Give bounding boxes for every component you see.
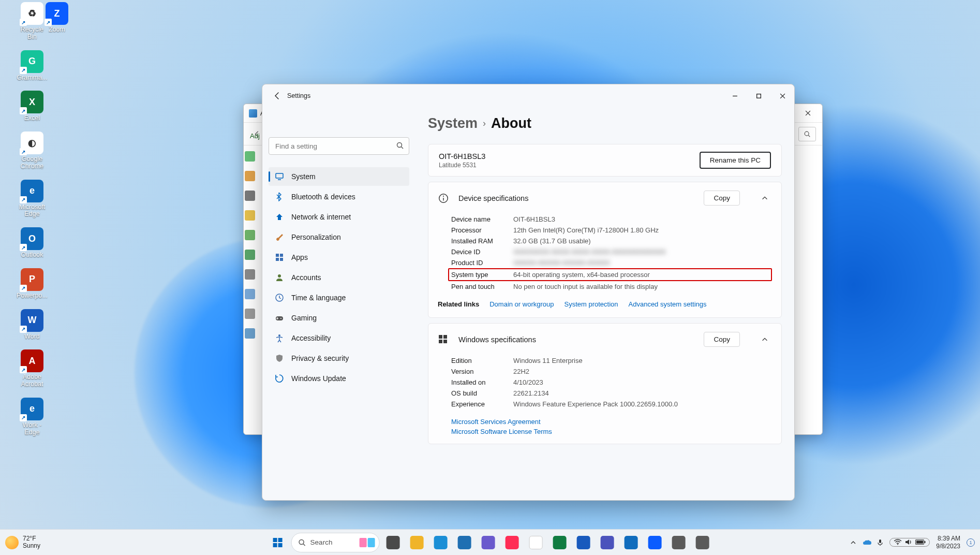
nav-item-privacy-security[interactable]: Privacy & security [269,349,409,368]
spec-value: Windows 11 Enterprise [513,357,772,364]
desktop-icon[interactable]: G↗Gramma... [16,50,49,82]
spec-key: Edition [451,357,513,364]
notifications-icon[interactable]: 1 [967,538,975,547]
copy-device-specs-button[interactable]: Copy [704,191,740,206]
taskbar-app-edge[interactable] [430,532,451,553]
desktop-icons: ♻↗Recycle BinG↗Gramma...X↗Excel◐↗Google … [1,2,63,436]
nav-item-network-internet[interactable]: Network & internet [269,208,409,226]
nav-item-gaming[interactable]: Gaming [269,309,409,327]
settings-search[interactable] [269,137,409,155]
svg-point-0 [805,132,809,136]
wifi-icon [275,212,284,222]
nav-item-accessibility[interactable]: Accessibility [269,329,409,347]
system-tray-pill[interactable] [889,538,930,547]
spec-row: Version22H2 [451,366,772,377]
taskbar-app-excel[interactable] [549,532,570,553]
grid-icon [275,253,284,262]
desktop-icon[interactable]: P↗Powerpo... [16,268,49,300]
taskbar-app-store[interactable] [454,532,474,553]
spec-value: Windows Feature Experience Pack 1000.226… [513,400,772,408]
desktop-icon[interactable]: e↗Microsoft Edge [16,180,49,218]
maximize-button[interactable] [747,85,770,106]
rename-pc-button[interactable]: Rename this PC [700,152,771,169]
spec-row: Processor12th Gen Intel(R) Core(TM) i7-1… [451,225,772,236]
taskbar-app-task-view[interactable] [382,532,403,553]
desktop-icon[interactable]: A↗Adobe Acrobat [16,349,49,388]
chevron-right-icon: › [483,118,486,129]
collapse-windows-specs[interactable] [758,332,772,347]
spec-key: Device ID [451,248,513,256]
battery-icon [915,539,926,545]
nav-item-windows-update[interactable]: Windows Update [269,369,409,388]
taskbar-app-zoom[interactable] [644,532,665,553]
taskbar-app-outlook[interactable] [620,532,641,553]
taskbar-clock[interactable]: 8:39 AM 9/8/2023 [936,535,960,550]
windows-links: Microsoft Services Agreement Microsoft S… [428,418,781,444]
spec-value: 12th Gen Intel(R) Core(TM) i7-12800H 1.8… [513,226,772,234]
related-links-label: Related links [438,300,479,308]
taskbar-app-word[interactable] [573,532,593,553]
nav-item-apps[interactable]: Apps [269,248,409,267]
nav-item-bluetooth-devices[interactable]: Bluetooth & devices [269,187,409,206]
spec-value: 22621.2134 [513,389,772,397]
taskbar-app-settings-app[interactable] [692,532,712,553]
taskbar-app-app1[interactable] [501,532,522,553]
svg-rect-28 [925,541,926,543]
copy-windows-specs-button[interactable]: Copy [704,332,740,347]
spec-value: 4/10/2023 [513,378,772,386]
related-link-protection[interactable]: System protection [564,300,618,308]
nav-item-time-language[interactable]: Time & language [269,288,409,307]
spec-row: EditionWindows 11 Enterprise [451,355,772,366]
settings-sidebar: SystemBluetooth & devicesNetwork & inter… [262,107,415,500]
svg-point-23 [299,539,304,544]
settings-search-input[interactable] [269,137,409,155]
onedrive-icon[interactable] [863,539,872,546]
spec-row: Product IDXXXXX-XXXXX-XXXXX-XXXXX [451,257,772,268]
taskbar-search[interactable]: Search [291,533,380,552]
taskbar-app-file-explorer[interactable] [406,532,427,553]
taskbar-date: 9/8/2023 [936,543,960,550]
related-link-domain[interactable]: Domain or workgroup [489,300,554,308]
breadcrumb-level1[interactable]: System [428,115,478,132]
nav-item-system[interactable]: System [269,167,409,186]
taskbar-time: 8:39 AM [936,535,960,542]
svg-rect-7 [280,258,283,261]
taskbar-app-teams[interactable] [597,532,617,553]
bg-window-search[interactable] [798,127,816,141]
desktop-icon[interactable]: W↗Word [16,309,49,341]
nav-item-accounts[interactable]: Accounts [269,268,409,287]
close-button[interactable] [770,85,794,106]
desktop-icon[interactable]: X↗Excel [16,91,49,122]
settings-back-button[interactable] [270,89,284,103]
mic-icon[interactable] [877,539,883,546]
ms-license-terms-link[interactable]: Microsoft Software License Terms [451,428,772,435]
taskbar-app-chrome[interactable] [525,532,546,553]
spec-value: No pen or touch input is available for t… [513,283,772,290]
settings-titlebar[interactable]: Settings [262,84,794,107]
tray-chevron-icon[interactable] [850,539,856,546]
collapse-device-specs[interactable] [758,191,772,206]
ms-services-agreement-link[interactable]: Microsoft Services Agreement [451,418,772,426]
related-link-advanced[interactable]: Advanced system settings [629,300,707,308]
svg-rect-27 [916,541,923,544]
nav-item-personalization[interactable]: Personalization [269,228,409,246]
svg-point-14 [443,195,444,196]
svg-rect-5 [280,254,283,257]
wifi-icon [894,539,902,545]
spec-key: OS build [451,389,513,397]
desktop-icon[interactable]: O↗Outlook [16,227,49,259]
taskbar-app-snip[interactable] [668,532,689,553]
weather-temp: 72°F [23,535,40,543]
bg-window-icon [249,109,257,118]
desktop-icon[interactable]: ◐↗Google Chrome [16,132,49,170]
breadcrumb-level2: About [491,115,531,132]
spec-key: Installed on [451,378,513,386]
desktop-icon[interactable]: Z↗Zoom [40,2,73,34]
start-button[interactable] [268,532,288,553]
taskbar-app-copilot[interactable] [478,532,498,553]
bg-window-close[interactable] [796,106,819,121]
desktop-icon[interactable]: e↗Work - Edge [16,398,49,436]
nav-item-label: Privacy & security [291,354,349,362]
taskbar-weather[interactable]: 72°F Sunny [5,535,40,550]
minimize-button[interactable] [723,85,747,106]
